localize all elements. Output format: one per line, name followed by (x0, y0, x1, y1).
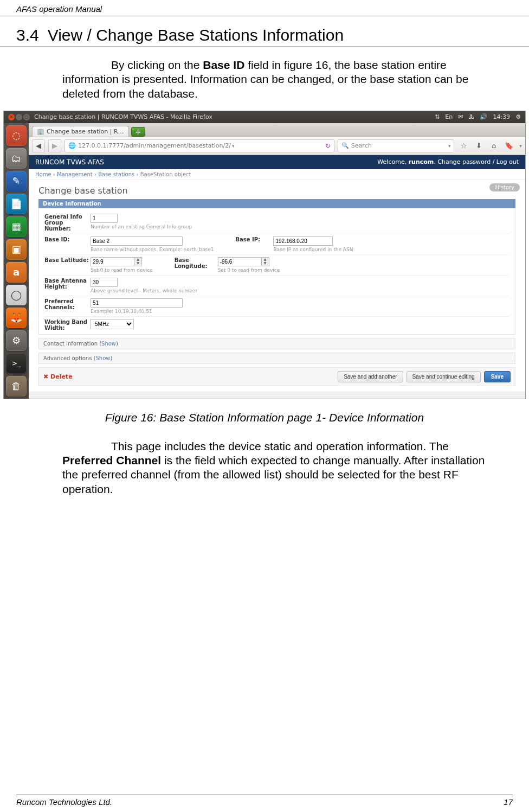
admin-header: RUNCOM TVWS AFAS Welcome, runcom. Change… (29, 155, 525, 169)
p1-a: By clicking on the (111, 59, 203, 71)
bookmarks-button[interactable]: 🔖 (503, 140, 515, 152)
fs2-label: Contact Information ( (43, 341, 101, 347)
terminal-icon[interactable]: >_ (6, 353, 27, 374)
lbl-base-id: Base ID: (44, 236, 91, 242)
bookmarks-dropdown-icon[interactable]: ▾ (519, 143, 522, 149)
embedded-screenshot: × – ▢ Change base station | RUNCOM TVWS … (3, 111, 526, 399)
new-tab-button[interactable]: + (131, 127, 145, 137)
crumb-basestations[interactable]: Base stations (98, 171, 134, 177)
fieldset-device-info: General Info Group Number: Number of an … (38, 208, 515, 335)
amazon-icon[interactable]: a (6, 262, 27, 283)
section-title: View / Change Base Stations Information (48, 26, 344, 44)
network-icon[interactable]: 🖧 (468, 113, 474, 120)
input-base-lat[interactable] (91, 257, 134, 266)
chevron-down-icon[interactable]: ▼ (262, 261, 269, 266)
home-button[interactable]: ⌂ (488, 140, 500, 152)
writer-icon[interactable]: 📄 (6, 194, 27, 214)
ubuntu-top-panel: × – ▢ Change base station | RUNCOM TVWS … (4, 111, 525, 123)
delete-link[interactable]: ✖ Delete (43, 373, 73, 380)
close-icon[interactable]: × (8, 114, 15, 120)
save-continue-button[interactable]: Save and continue editing (407, 371, 481, 382)
lbl-base-ip: Base IP: (235, 236, 273, 242)
fieldset-advanced[interactable]: Advanced options (Show) (38, 353, 515, 364)
url-bar[interactable]: 🌐 127.0.0.1:7777/admin/management/basest… (64, 139, 334, 152)
crumb-current: BaseStation object (140, 171, 191, 177)
star-button[interactable]: ☆ (457, 140, 469, 152)
firefox-tab-strip: 🏢 Change base station | R… + (29, 123, 525, 137)
eclipse-icon[interactable]: ◯ (6, 285, 27, 305)
help-pref-channels: Example: 10,19,30,40,51 (91, 309, 183, 314)
window-title: Change base station | RUNCOM TVWS AFAS -… (34, 113, 212, 120)
crumb-home[interactable]: Home (35, 171, 51, 177)
url-dropdown-icon[interactable]: ▾ (232, 143, 235, 149)
settings-icon[interactable]: ⚙ (6, 330, 27, 351)
p2-a: This page includes the device static and… (111, 440, 449, 452)
second-paragraph: This page includes the device static and… (0, 439, 529, 496)
input-pref-channels[interactable] (91, 298, 183, 308)
input-base-ip[interactable] (273, 236, 333, 246)
search-placeholder: Search (351, 142, 372, 149)
search-bar[interactable]: 🔍 Search ▾ (338, 139, 455, 152)
window-controls[interactable]: × – ▢ (8, 114, 30, 120)
p1-bold: Base ID (203, 59, 244, 71)
history-button[interactable]: History (489, 183, 520, 191)
footer-page-number: 17 (504, 797, 513, 807)
impress-icon[interactable]: ▣ (6, 239, 27, 260)
lbl-bandwidth: Working Band Width: (44, 319, 91, 331)
maximize-icon[interactable]: ▢ (23, 114, 30, 120)
input-base-lon[interactable] (218, 257, 262, 266)
downloads-button[interactable]: ⬇ (473, 140, 485, 152)
network-updown-icon[interactable]: ⇅ (435, 113, 440, 120)
unity-launcher: ◌ 🗂 ✎ 📄 ▦ ▣ a ◯ 🦊 ⚙ >_ 🗑 (4, 123, 29, 399)
lbl-group-number: General Info Group Number: (44, 214, 91, 232)
chevron-down-icon[interactable]: ▼ (134, 261, 141, 266)
spinner-lon[interactable]: ▲▼ (262, 257, 269, 266)
welcome-user: runcom (409, 158, 434, 165)
help-base-id: Base name without spaces. Example: north… (91, 247, 214, 252)
back-button[interactable]: ◀ (32, 139, 45, 152)
intro-paragraph: By clicking on the Base ID field in figu… (0, 58, 529, 101)
minimize-icon[interactable]: – (16, 114, 22, 120)
browser-tab[interactable]: 🏢 Change base station | R… (32, 126, 129, 137)
help-base-lat: Set 0 to read from device (91, 267, 153, 273)
app-blue-icon[interactable]: ✎ (6, 171, 27, 191)
spinner-lat[interactable]: ▲▼ (134, 257, 142, 266)
tab-title: Change base station | R… (47, 128, 124, 135)
admin-brand: RUNCOM TVWS AFAS (35, 158, 104, 166)
clock[interactable]: 14:39 (493, 113, 510, 120)
save-button[interactable]: Save (484, 371, 511, 382)
mail-icon[interactable]: ✉ (458, 113, 463, 120)
files-icon[interactable]: 🗂 (6, 148, 27, 169)
figure-caption: Figure 16: Base Station Information page… (0, 411, 529, 424)
fs2-show-link[interactable]: Show (101, 341, 116, 347)
search-dropdown-icon[interactable]: ▾ (448, 143, 451, 149)
doc-running-header: AFAS operation Manual (0, 0, 529, 16)
doc-header-text: AFAS operation Manual (16, 4, 102, 14)
sound-icon[interactable]: 🔊 (480, 113, 487, 120)
input-group-number[interactable] (91, 214, 118, 223)
help-base-ip: Base IP as configured in the ASN (273, 247, 353, 252)
firefox-nav-toolbar: ◀ ▶ 🌐 127.0.0.1:7777/admin/management/ba… (29, 137, 525, 155)
admin-user-tools[interactable]: Welcome, runcom. Change password / Log o… (377, 158, 519, 165)
firefox-icon[interactable]: 🦊 (6, 308, 27, 328)
save-add-another-button[interactable]: Save and add another (338, 371, 403, 382)
fieldset-contact-info[interactable]: Contact Information (Show) (38, 338, 515, 349)
refresh-icon[interactable]: ↻ (325, 142, 331, 150)
forward-button[interactable]: ▶ (48, 139, 61, 152)
crumb-management[interactable]: Management (57, 171, 93, 177)
section-number: 3.4 (16, 26, 39, 44)
site-identity-icon[interactable]: 🌐 (68, 142, 76, 149)
trash-icon[interactable]: 🗑 (6, 376, 27, 397)
tab-favicon-icon: 🏢 (37, 128, 44, 135)
fs3-show-link[interactable]: Show (95, 355, 110, 361)
input-base-lat-wrap: ▲▼ (91, 257, 142, 266)
session-icon[interactable]: ⚙ (515, 113, 521, 120)
select-bandwidth[interactable]: 5MHz (91, 319, 134, 329)
lbl-base-lon: Base Longitude: (175, 257, 218, 269)
input-antenna-h[interactable] (91, 278, 118, 287)
dash-icon[interactable]: ◌ (6, 125, 27, 146)
input-base-id[interactable] (91, 236, 183, 246)
keyboard-indicator[interactable]: En (445, 113, 453, 120)
calc-icon[interactable]: ▦ (6, 216, 27, 237)
caption-text: Figure 16: Base Station Information page… (105, 411, 424, 424)
